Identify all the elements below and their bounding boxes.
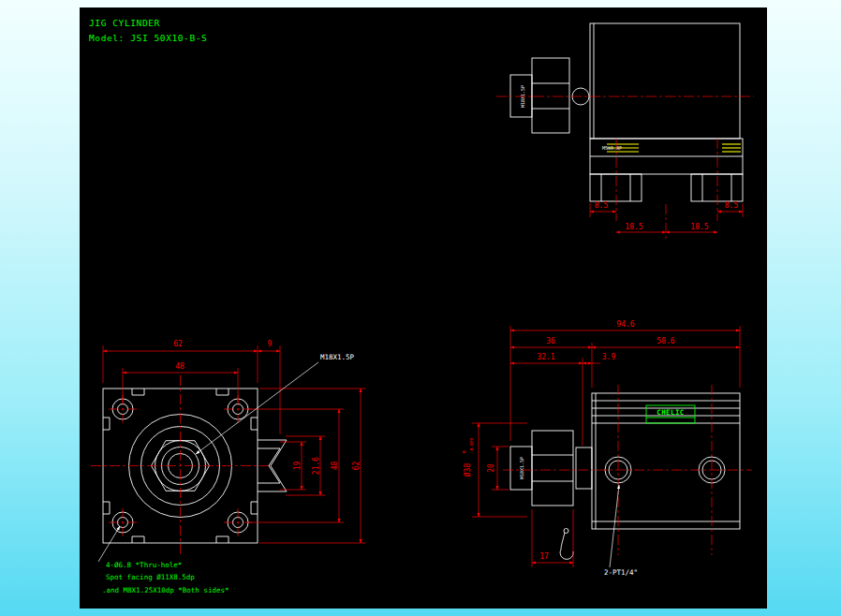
dim-gap: 3.9 <box>602 353 616 361</box>
side-hex-nut <box>532 431 573 506</box>
side-rod <box>576 447 592 489</box>
front-view: 62 9 48 19 21.6 48 62 M18X1.5P 4-Ø6.8 * <box>91 340 365 594</box>
dim-boss-dia-group: Ø38 0 -0.039 <box>462 437 474 477</box>
dim-front-width: 62 <box>173 340 183 348</box>
drawing-model: Model: JSI 50X10-B-S <box>89 33 207 43</box>
top-foot-left <box>590 174 642 201</box>
dim-front-bolt-pitch: 48 <box>175 362 184 371</box>
cad-viewport[interactable]: JIG CYLINDER Model: JSI 50X10-B-S M18X1.… <box>80 7 767 609</box>
dim-nut-width: 17 <box>539 552 549 561</box>
dim-stub: 20 <box>487 463 495 473</box>
hook-symbol <box>560 529 573 560</box>
note-spot-facing: Spot facing Ø11X8.5dp <box>106 573 195 581</box>
rod-thread-callout: M18X1.5P <box>320 353 355 361</box>
port-hatch <box>607 144 741 152</box>
top-foot-right <box>691 174 743 201</box>
side-rod-thread-label: M18X1.5P <box>519 457 524 479</box>
dim-boss-tol-lower: -0.039 <box>469 437 474 453</box>
dim-total-length: 94.6 <box>616 320 634 329</box>
dim-left-length: 36 <box>546 337 555 345</box>
dim-pitch-right: 18.5 <box>690 223 708 231</box>
top-hex-nut <box>532 58 569 133</box>
drawing-title: JIG CYLINDER <box>89 18 160 28</box>
top-port-thread-label: M5X0.8P <box>602 145 622 151</box>
dim-front-height: 62 <box>352 462 361 471</box>
dim-boss-dia: Ø38 <box>463 463 472 477</box>
dim-front-boss: 9 <box>268 340 273 348</box>
brand-logo-text: CHELIC <box>657 408 685 417</box>
note-thru-hole: 4-Ø6.8 *Thru-hole* <box>106 561 182 569</box>
drawing-svg: JIG CYLINDER Model: JSI 50X10-B-S M18X1.… <box>80 7 767 609</box>
dim-edge-right: 8.5 <box>725 201 739 210</box>
top-body-outline <box>590 23 740 139</box>
side-view: CHELIC M18X1.5P <box>462 320 752 577</box>
dim-edge-left: 8.5 <box>595 201 609 210</box>
dim-rod-ext: 32.1 <box>537 353 554 361</box>
dim-boss-tol-upper: 0 <box>462 450 466 453</box>
dim-body-length: 58.6 <box>657 337 674 345</box>
dim-port-height: 19 <box>293 462 302 471</box>
port-callout: 2-PT1/4" <box>604 568 638 577</box>
dim-front-bolt-pitch-v: 48 <box>331 462 339 471</box>
top-view: M18X1.5P M5X0.8P <box>496 23 754 239</box>
dim-rod-boss: 21.6 <box>312 457 320 475</box>
dim-pitch-left: 18.5 <box>625 223 642 231</box>
note-tap: .and M8X1.25X10dp *Both sides* <box>102 586 229 594</box>
title-block: JIG CYLINDER Model: JSI 50X10-B-S <box>89 18 207 43</box>
